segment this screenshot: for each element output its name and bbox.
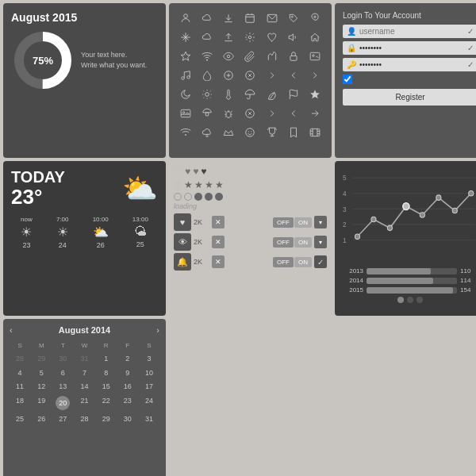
svg-point-13 [313,55,314,56]
cal-13[interactable]: 13 [52,380,73,393]
widget-eye-x[interactable]: ✕ [212,236,225,248]
widget-eye-off[interactable]: OFF [273,237,294,248]
cal-next-btn[interactable]: › [156,325,159,335]
icon-star2 [305,86,325,103]
cal-header-s: S [10,340,30,351]
icon-bug [219,105,239,122]
cal-4[interactable]: 4 [10,367,30,380]
cal-30[interactable]: 30 [52,352,73,366]
cal-14[interactable]: 14 [74,380,94,393]
cal-16[interactable]: 16 [117,380,138,393]
lock-icon1: 🔒 [347,44,356,52]
svg-point-24 [185,134,186,136]
cal-11[interactable]: 11 [10,380,30,393]
nav-dot-3[interactable] [416,297,423,303]
register-button[interactable]: Register [343,89,476,106]
heart-3: ♥ [193,166,198,177]
svg-text:3: 3 [343,205,347,213]
nav-dot-2[interactable] [407,297,413,303]
icons-grid [169,3,332,148]
cal-29[interactable]: 29 [31,352,52,366]
dot-3 [194,193,202,201]
widget-bell-off[interactable]: OFF [273,257,294,267]
cal-7[interactable]: 7 [74,367,94,380]
username-input[interactable] [359,27,464,36]
check-icon2: ✓ [467,44,474,52]
weather-700: 7:00 ☀ 24 [56,216,69,249]
cal-27[interactable]: 27 [52,413,73,426]
icon-x-circle [240,67,260,84]
svg-point-10 [227,55,230,58]
icon-chevron-right2 [305,67,325,84]
widget-eye-on[interactable]: ON [294,237,312,248]
widget-heart-off[interactable]: OFF [273,217,294,228]
password-input1[interactable] [359,44,464,52]
cal-3[interactable]: 3 [139,352,159,366]
cal-17[interactable]: 17 [139,380,159,393]
svg-text:1: 1 [343,236,347,244]
icon-wifi [175,124,195,141]
cal-12[interactable]: 12 [31,380,52,393]
widget-line-2: 👁 2K ✕ OFF ON ▾ [174,233,327,251]
icon-chevron-left [283,67,303,84]
username-field[interactable]: 👤 ✓ [343,25,476,38]
svg-point-9 [206,60,207,60]
widget-heart-x[interactable]: ✕ [212,216,225,228]
weather-now: now ☀ 23 [21,216,33,249]
cal-prev-btn[interactable]: ‹ [10,325,13,335]
cal-5[interactable]: 5 [31,367,52,380]
widget-eye-icon: 👁 [174,233,191,251]
widget-heart-on[interactable]: ON [294,217,312,228]
cal-21[interactable]: 21 [74,394,94,412]
weather-today-label: TODAY [11,169,65,185]
cal-8[interactable]: 8 [96,367,117,380]
cal-header-m: M [31,340,52,351]
weather-panel: TODAY 23° ⛅ now ☀ 23 7:00 ☀ 24 10:00 ⛅ 2… [3,161,166,316]
cal-31b[interactable]: 31 [139,413,159,426]
cal-23[interactable]: 23 [117,394,138,412]
svg-point-41 [387,225,392,231]
cal-6[interactable]: 6 [52,367,73,380]
cal-26[interactable]: 26 [31,413,52,426]
cal-29b[interactable]: 29 [96,413,117,426]
password-field1[interactable]: 🔒 ✓ [343,41,476,55]
cal-22[interactable]: 22 [96,394,117,412]
cal-19[interactable]: 19 [31,394,52,412]
cal-1[interactable]: 1 [96,352,117,366]
cal-30b[interactable]: 30 [117,413,138,426]
cal-2[interactable]: 2 [117,352,138,366]
cal-28b[interactable]: 28 [74,413,94,426]
widget-bell-toggle: OFF ON [273,257,312,267]
cal-31[interactable]: 31 [74,352,94,366]
cal-28[interactable]: 28 [10,352,30,366]
svg-rect-11 [290,56,297,60]
time-1300: 13:00 [132,216,148,223]
cal-25[interactable]: 25 [10,413,30,426]
remember-row [343,75,476,84]
cal-15[interactable]: 15 [96,380,117,393]
widget-bell-on[interactable]: ON [294,257,312,267]
widget-bell-x[interactable]: ✕ [212,255,225,268]
cal-header-r: R [96,340,117,351]
remember-checkbox[interactable] [343,75,352,84]
stats-title: August 2015 [11,11,158,24]
user-icon: 👤 [347,27,356,36]
icon-trophy [262,124,282,141]
track-2014 [367,278,457,284]
widget-eye-dropdown[interactable]: ▾ [314,236,327,248]
widget-heart-dropdown[interactable]: ▾ [314,216,327,228]
nav-dot-1[interactable] [397,297,404,303]
cal-10[interactable]: 10 [139,367,159,380]
password-field2[interactable]: 🔑 ✓ [343,58,476,71]
cal-20-today[interactable]: 20 [52,394,73,412]
cal-24[interactable]: 24 [139,394,159,412]
icon-eye [219,48,239,65]
cal-18[interactable]: 18 [10,394,30,412]
cal-9[interactable]: 9 [117,367,138,380]
password-input2[interactable] [359,60,464,69]
login-title: Login To Your Account [343,11,476,20]
fill-2014 [367,278,433,284]
track-2015 [367,287,457,294]
widget-bell-check[interactable]: ✓ [314,255,327,268]
login-panel: Login To Your Account 👤 ✓ 🔒 ✓ 🔑 ✓ Regist… [335,3,476,158]
